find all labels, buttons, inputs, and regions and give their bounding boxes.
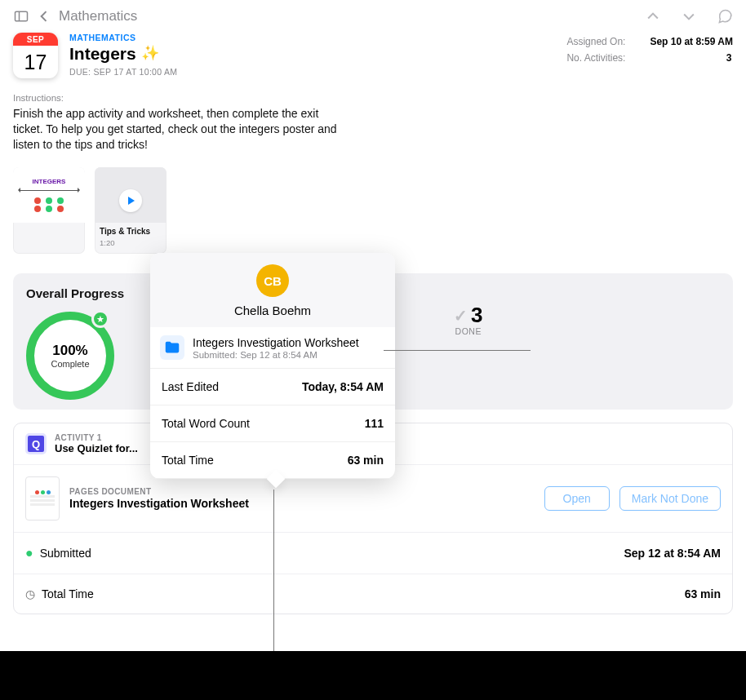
callout-line (273, 490, 274, 653)
last-edited-value: Today, 8:54 AM (302, 380, 384, 393)
word-count-label: Total Word Count (162, 417, 250, 430)
popover-time-value: 63 min (348, 454, 384, 467)
student-avatar: CB (256, 264, 289, 297)
poster-title: INTEGERS (33, 178, 66, 185)
audio-title: Tips & Tricks (100, 227, 150, 236)
calendar-tile: SEP 17 (13, 33, 58, 78)
instructions-heading: Instructions: (0, 85, 746, 106)
popover-file-title: Integers Investigation Worksheet (193, 336, 359, 349)
nav-down-icon[interactable] (681, 8, 697, 24)
activities-count-label: No. Activities: (566, 52, 640, 64)
assignment-header: SEP 17 MATHEMATICS Integers ✨ DUE: SEP 1… (0, 33, 746, 85)
svg-rect-0 (16, 11, 28, 21)
total-time-value: 63 min (685, 587, 721, 600)
toolbar: Mathematics (0, 0, 746, 33)
popover-file-subtitle: Submitted: Sep 12 at 8:54 AM (193, 350, 359, 360)
document-title: Integers Investigation Worksheet (69, 497, 535, 510)
activity-number-label: ACTIVITY 1 (55, 433, 138, 442)
nav-up-icon[interactable] (645, 8, 661, 24)
activity-title: Use Quizlet for... (55, 442, 138, 454)
audio-thumbnail (95, 167, 167, 223)
progress-percent: 100% (52, 343, 87, 359)
mark-not-done-button[interactable]: Mark Not Done (619, 486, 721, 511)
clock-icon: ◷ (25, 587, 35, 600)
subject-label: MATHEMATICS (69, 33, 555, 42)
assignment-meta: Assigned On: Sep 10 at 8:59 AM No. Activ… (566, 33, 733, 69)
sidebar-toggle-icon[interactable] (13, 8, 29, 24)
caption-mask (0, 651, 746, 700)
word-count-value: 111 (365, 417, 384, 430)
assigned-on-label: Assigned On: (566, 36, 640, 47)
progress-complete-label: Complete (51, 359, 89, 369)
student-popover: CB Chella Boehm Integers Investigation W… (150, 253, 395, 479)
student-name: Chella Boehm (234, 303, 311, 317)
play-icon[interactable] (119, 189, 142, 212)
assigned-on-value: Sep 10 at 8:59 AM (650, 36, 733, 47)
back-chevron-icon[interactable] (36, 8, 52, 24)
done-label: DONE (454, 326, 482, 336)
calendar-month: SEP (13, 33, 58, 46)
total-time-label: Total Time (42, 587, 94, 600)
submitted-label: Submitted (40, 547, 91, 560)
comment-icon[interactable] (717, 8, 733, 24)
popover-time-label: Total Time (162, 454, 214, 467)
due-date: DUE: SEP 17 AT 10:00 AM (69, 67, 555, 77)
open-button[interactable]: Open (544, 486, 610, 511)
folder-icon (160, 335, 184, 360)
instructions-text: Finish the app activity and worksheet, t… (0, 106, 351, 153)
star-badge-icon: ★ (91, 310, 109, 328)
popover-file-row[interactable]: Integers Investigation Worksheet Submitt… (150, 327, 395, 369)
last-edited-label: Last Edited (162, 380, 219, 393)
progress-ring: 100% Complete ★ (26, 312, 114, 400)
document-thumbnail (25, 476, 60, 521)
document-type-label: PAGES DOCUMENT (69, 487, 535, 496)
submitted-check-icon: ● (25, 546, 33, 560)
poster-thumbnail: INTEGERS (13, 167, 85, 223)
checkmark-icon: ✓ (454, 306, 468, 326)
back-label[interactable]: Mathematics (59, 8, 137, 24)
done-stat: ✓3 DONE (454, 303, 482, 336)
quizlet-icon: Q (25, 433, 47, 454)
activities-count-value: 3 (650, 52, 731, 64)
assignment-title: Integers (69, 44, 136, 64)
audio-duration: 1:20 (100, 238, 162, 247)
calendar-day: 17 (13, 46, 58, 78)
callout-line (384, 350, 531, 351)
done-count: 3 (471, 303, 482, 328)
submitted-value: Sep 12 at 8:54 AM (624, 547, 721, 560)
sparkle-icon: ✨ (141, 44, 159, 62)
attachment-audio[interactable]: Tips & Tricks 1:20 (95, 167, 167, 254)
attachment-poster[interactable]: INTEGERS (13, 167, 85, 254)
